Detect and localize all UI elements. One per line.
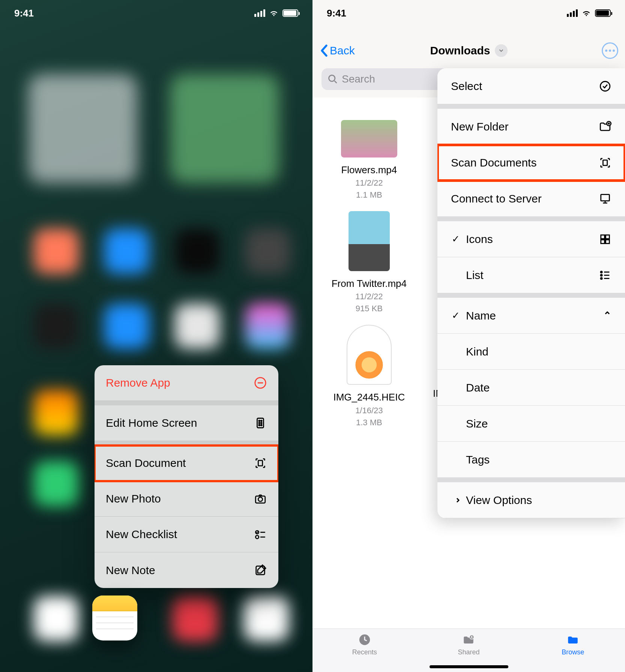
file-thumbnail — [347, 325, 392, 385]
popover-label: List — [466, 269, 484, 282]
popover-sort-size[interactable]: Size — [437, 406, 625, 442]
svg-point-31 — [601, 271, 602, 273]
svg-point-35 — [601, 278, 602, 279]
svg-rect-30 — [605, 240, 609, 243]
svg-point-19 — [600, 81, 610, 91]
popover-sort-kind[interactable]: Kind — [437, 334, 625, 370]
menu-new-checklist[interactable]: New Checklist — [95, 517, 278, 552]
popover-view-options[interactable]: ⌃View Options — [437, 482, 625, 518]
camera-icon — [254, 492, 267, 506]
checkmark-placeholder — [451, 269, 461, 281]
menu-scan-document[interactable]: Scan Document — [95, 446, 278, 481]
scan-document-icon — [599, 156, 611, 169]
file-size: 1.1 MB — [356, 190, 382, 200]
popover-label: View Options — [466, 494, 532, 507]
file-date: 1/16/23 — [355, 406, 383, 416]
popover-label-wrap: List — [451, 269, 484, 282]
svg-line-18 — [335, 81, 337, 83]
home-indicator[interactable] — [430, 665, 508, 668]
tab-shared[interactable]: Shared — [446, 633, 491, 656]
select-circle-icon — [599, 80, 611, 93]
menu-label: New Photo — [106, 492, 161, 505]
menu-separator — [95, 401, 278, 405]
popover-label: Date — [466, 381, 490, 394]
file-item[interactable]: IMG_2445.HEIC 1/16/23 1.3 MB — [319, 321, 419, 435]
notes-app-icon[interactable] — [92, 596, 137, 640]
shared-folder-icon — [462, 633, 475, 646]
compose-icon — [254, 564, 267, 577]
svg-point-39 — [471, 636, 473, 637]
popover-new-folder[interactable]: New Folder — [437, 109, 625, 145]
popover-scan-documents[interactable]: Scan Documents — [437, 145, 625, 181]
menu-label: Remove App — [106, 376, 170, 389]
svg-point-33 — [601, 274, 602, 276]
popover-label: Size — [466, 417, 488, 430]
new-folder-icon — [599, 120, 611, 133]
tab-browse[interactable]: Browse — [550, 633, 595, 656]
back-button[interactable]: Back — [320, 44, 355, 57]
popover-select[interactable]: Select — [437, 68, 625, 104]
menu-separator — [95, 441, 278, 446]
chevron-down-icon — [495, 44, 508, 57]
file-date: 11/2/22 — [355, 292, 383, 302]
popover-sort-tags[interactable]: Tags — [437, 442, 625, 478]
menu-new-note[interactable]: New Note — [95, 552, 278, 588]
wifi-icon — [269, 7, 279, 20]
file-item[interactable]: Flowers.mp4 11/2/22 1.1 MB — [319, 105, 419, 207]
server-icon — [599, 192, 611, 205]
nav-title[interactable]: Downloads — [430, 44, 507, 57]
svg-point-14 — [255, 536, 259, 539]
tab-recents[interactable]: Recents — [342, 633, 387, 656]
popover-view-list[interactable]: List — [437, 257, 625, 293]
popover-label-wrap: Date — [451, 381, 490, 394]
popover-label-wrap: Tags — [451, 453, 490, 466]
tab-label: Browse — [562, 648, 584, 656]
back-label: Back — [330, 44, 355, 57]
file-date: 11/2/22 — [355, 178, 383, 188]
cellular-signal-icon — [567, 9, 578, 17]
svg-point-4 — [261, 420, 262, 422]
list-icon — [599, 269, 611, 282]
scan-document-icon — [254, 456, 267, 470]
file-thumbnail — [341, 120, 397, 158]
grid-icon — [599, 233, 611, 246]
popover-label-wrap: ✓Icons — [451, 233, 493, 246]
popover-label: Name — [466, 309, 496, 322]
popover-sort-name[interactable]: ✓Name ⌃ — [437, 298, 625, 334]
status-time: 9:41 — [327, 8, 346, 19]
tab-label: Shared — [458, 648, 479, 656]
minus-circle-icon — [254, 376, 267, 390]
file-item[interactable]: From Twitter.mp4 11/2/22 915 KB — [319, 207, 419, 321]
menu-remove-app[interactable]: Remove App — [95, 365, 278, 401]
wifi-icon — [581, 7, 591, 20]
svg-point-8 — [261, 424, 262, 426]
svg-point-3 — [259, 420, 260, 422]
tab-bar: Recents Shared Browse — [312, 628, 625, 672]
svg-rect-29 — [601, 240, 605, 243]
popover-label: New Folder — [451, 120, 508, 133]
svg-point-6 — [261, 423, 262, 424]
checkmark-icon: ✓ — [451, 310, 461, 321]
apps-grid-icon — [254, 416, 267, 430]
status-bar: 9:41 — [312, 0, 625, 26]
menu-edit-home-screen[interactable]: Edit Home Screen — [95, 405, 278, 441]
nav-title-text: Downloads — [430, 44, 490, 57]
popover-label: Icons — [466, 233, 493, 246]
popover-label: Connect to Server — [451, 192, 542, 205]
notes-context-menu: Remove App Edit Home Screen Scan Documen… — [95, 365, 278, 588]
popover-label: Select — [451, 80, 482, 93]
popover-connect-server[interactable]: Connect to Server — [437, 181, 625, 217]
svg-point-17 — [329, 75, 335, 81]
menu-label: Edit Home Screen — [106, 417, 197, 429]
file-name: IMG_2445.HEIC — [333, 392, 405, 403]
svg-point-11 — [258, 497, 262, 501]
menu-new-photo[interactable]: New Photo — [95, 481, 278, 517]
more-options-button[interactable] — [602, 42, 618, 59]
checklist-icon — [254, 528, 267, 541]
popover-label: Scan Documents — [451, 156, 536, 169]
popover-view-icons[interactable]: ✓Icons — [437, 221, 625, 257]
popover-sort-date[interactable]: Date — [437, 370, 625, 406]
popover-label-wrap: Size — [451, 417, 488, 430]
status-time: 9:41 — [14, 8, 34, 19]
search-placeholder: Search — [342, 73, 375, 85]
